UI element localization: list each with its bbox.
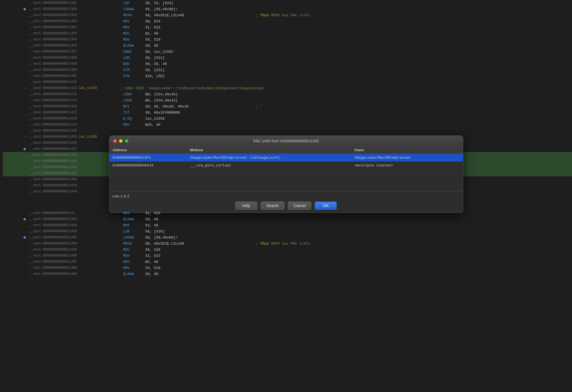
row-method: ___cxa_pure_virtual xyxy=(190,163,354,168)
cancel-button[interactable]: Cancel xyxy=(288,202,312,210)
code-address: __text:00000000000011418 xyxy=(29,104,118,108)
mnemonic: LDP xyxy=(118,1,143,5)
code-line: __text:00000000000011400LDRX8, [X21] xyxy=(3,55,572,61)
code-line: __text:00000000000011410 xyxy=(3,79,572,85)
ok-button[interactable]: OK xyxy=(315,202,337,210)
operands: X8, [X21] xyxy=(143,56,253,60)
code-line: __text:00000000000011498MOVX1, X23 xyxy=(3,253,572,259)
operands: X0, loc_1155C xyxy=(143,50,253,54)
comment: ; This MOVK has PAC xrefs xyxy=(253,242,310,246)
close-button[interactable] xyxy=(113,139,117,143)
code-address: __text:000000000000113E8 xyxy=(29,19,118,23)
comment: ; This MOVK has PAC xrefs xyxy=(253,13,310,17)
code-address: __text:000000000000113FC xyxy=(29,50,118,54)
table-body[interactable]: 0x000000000001c6fc ImageLoaderMachOCompr… xyxy=(109,154,463,191)
code-address: __text:0000000000001140C xyxy=(29,74,118,78)
help-button[interactable]: Help xyxy=(235,202,257,210)
operands: X8, #0x5E1E,LSL#48 xyxy=(143,242,253,246)
code-address: __text:00000000000011484 xyxy=(29,223,118,227)
row-class: <multiple classes> xyxy=(354,163,460,168)
comment: ; ' ' xyxy=(253,104,267,109)
mnemonic: ADD xyxy=(118,62,143,66)
code-line: __text:00000000000011418BFIX9, X8, #0x20… xyxy=(3,103,572,109)
operands: W2, #0 xyxy=(143,32,253,36)
code-line: __text:000000000000114A0MOVX4, X19 xyxy=(3,265,572,271)
code-address: __text:00000000000011490 xyxy=(29,242,118,245)
code-address: __text:00000000000011444 xyxy=(29,184,118,187)
code-line: __text:000000000000113ECMOVX1, X23 xyxy=(3,24,572,30)
operands: loc_11558 xyxy=(143,117,253,121)
code-address: __text:00000000000011428 xyxy=(29,129,118,133)
operands: X9, [X8,#0x90]! xyxy=(143,236,253,240)
mnemonic: TST xyxy=(118,111,143,115)
mnemonic: STR xyxy=(118,68,143,72)
code-address: __text:00000000000011414 xyxy=(29,98,118,102)
operands: X8, [X26] xyxy=(143,229,253,234)
code-address: __text:00000000000011424 xyxy=(29,123,118,127)
operands: X24, [X8] xyxy=(143,74,253,78)
code-address: __text:000000000000114A4 xyxy=(29,272,118,276)
code-address: __text:000000000000113F0 xyxy=(29,32,118,35)
maximize-button[interactable] xyxy=(125,139,128,143)
modal-body: Address Method Class 0x000000000001c6fc … xyxy=(109,146,463,213)
mnemonic: MOV xyxy=(118,260,143,264)
operands: W25, #0 xyxy=(143,123,253,127)
operands: X0, X24 xyxy=(143,19,253,23)
mnemonic: LDRAA xyxy=(118,236,143,240)
mnemonic: LDRH xyxy=(118,92,143,96)
row-class: ImageLoaderMachOCompressed xyxy=(354,156,460,160)
col-header-method: Method xyxy=(190,148,354,152)
code-address: __text:00000000000011404 xyxy=(29,62,118,66)
mnemonic: MOV xyxy=(118,25,143,30)
table-row[interactable]: 0x0000000000004b244 ___cxa_pure_virtual … xyxy=(109,162,463,169)
code-line: __text:0000000000001148CLDRAAX9, [X8,#0x… xyxy=(3,234,572,241)
minimize-button[interactable] xyxy=(119,139,123,143)
mnemonic: BLRAA xyxy=(118,272,143,276)
code-line: __text:000000000000113F8BLRAAX9, X8 xyxy=(3,43,572,49)
modal-dialog: PAC xrefs from 0x0000000000011430 Addres… xyxy=(109,135,463,213)
code-address: __text:00000000000011434 xyxy=(29,159,118,163)
code-address: __text:00000000000011428 loc_11428 xyxy=(29,135,118,139)
mnemonic: MOV xyxy=(118,254,143,258)
code-line: __text:00000000000011424MOVW25, #0 xyxy=(3,122,572,128)
col-header-address: Address xyxy=(113,148,190,152)
code-line: __text:00000000000011480BLRAAX9, X8 xyxy=(3,216,572,222)
table-row[interactable]: 0x000000000001c6fc ImageLoaderMachOCompr… xyxy=(109,154,463,162)
code-line: __text:00000000000011484MOVX3, X0 xyxy=(3,222,572,228)
code-address: __text:000000000000113E4 xyxy=(29,13,118,17)
code-line: __text:000000000000113E4MOVKX8, #0x5E1E,… xyxy=(3,12,572,18)
code-address: __text:0000000000001149C xyxy=(29,260,118,264)
code-address: __text:00000000000011420 xyxy=(29,117,118,121)
breakpoint-dot xyxy=(24,8,26,10)
mnemonic: MOV xyxy=(118,123,143,127)
mnemonic: MOV xyxy=(118,248,143,252)
arrow-icon: → xyxy=(24,135,26,138)
code-address: __text:000000000000147C xyxy=(29,211,118,215)
operands: W8, [X24,#0x46] xyxy=(143,92,253,96)
modal-titlebar: PAC xrefs from 0x0000000000011430 xyxy=(109,136,463,146)
operands: X1, X25 xyxy=(143,211,253,215)
code-address: __text:000000000000113F8 xyxy=(29,44,118,48)
mnemonic: BLRAA xyxy=(118,44,143,48)
mnemonic: LDUR xyxy=(118,98,143,103)
mnemonic: B.EQ xyxy=(118,117,143,121)
search-button[interactable]: Search xyxy=(261,202,284,210)
operands: X9, [X21] xyxy=(143,68,253,72)
mnemonic: MOV xyxy=(118,223,143,228)
code-line: __text:00000000000011490MOVKX8, #0x5E1E,… xyxy=(3,241,572,247)
operands: X1, X23 xyxy=(143,25,253,30)
table-header: Address Method Class xyxy=(109,146,463,154)
code-line: __text:000000000000113FCCBNZX0, loc_1155… xyxy=(3,49,572,55)
col-header-class: Class xyxy=(354,148,460,152)
operands: W2, #0 xyxy=(143,260,253,264)
code-address: __text:00000000000011440 xyxy=(29,177,118,181)
code-address: __text:0000000000001141C xyxy=(29,111,118,114)
code-address: __text:000000000000113F4 xyxy=(29,38,118,41)
code-address: __text:000000000000113DC xyxy=(29,1,118,5)
operands: X9, X8 xyxy=(143,272,253,276)
operands: W9, [X24,#0x42] xyxy=(143,98,253,103)
status-line: Line 1 of 2 xyxy=(113,194,460,198)
code-line: __text:00000000000011488LDRX8, [X26] xyxy=(3,228,572,234)
code-line: __text:00000000000011414LDURW9, [X24,#0x… xyxy=(3,97,572,103)
operands: X9, X8 xyxy=(143,217,253,221)
